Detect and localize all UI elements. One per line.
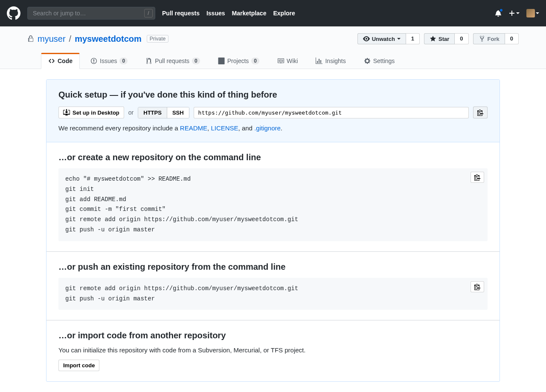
- tab-code[interactable]: Code: [41, 53, 80, 69]
- repo-head: myuser / mysweetdotcom Private Unwatch 1: [14, 26, 532, 69]
- notification-dot: [499, 8, 503, 12]
- import-title: …or import code from another repository: [58, 331, 488, 340]
- nav-issues[interactable]: Issues: [206, 10, 225, 17]
- license-link[interactable]: LICENSE: [211, 124, 238, 132]
- tab-settings-label: Settings: [373, 58, 395, 64]
- github-logo[interactable]: [7, 6, 20, 20]
- repo-slash: /: [69, 34, 72, 44]
- tab-wiki[interactable]: Wiki: [270, 53, 305, 69]
- search-wrap: /: [27, 7, 155, 20]
- import-desc: You can initialize this repository with …: [58, 346, 488, 354]
- create-cli-section: …or create a new repository on the comma…: [46, 142, 500, 252]
- setup-desktop-button[interactable]: Set up in Desktop: [58, 107, 124, 118]
- search-slash-hint: /: [144, 9, 153, 17]
- repo-owner-link[interactable]: myuser: [38, 34, 66, 44]
- create-cli-code[interactable]: echo "# mysweetdotcom" >> README.md git …: [58, 168, 488, 241]
- copy-push-button[interactable]: [470, 281, 484, 292]
- header-right: [495, 9, 539, 17]
- tab-issues-count: 0: [119, 58, 128, 64]
- nav-explore[interactable]: Explore: [273, 10, 295, 17]
- tab-issues-label: Issues: [100, 58, 117, 64]
- notifications-icon[interactable]: [495, 10, 502, 17]
- watch-count[interactable]: 1: [406, 33, 420, 44]
- https-button[interactable]: HTTPS: [138, 107, 167, 118]
- repo-subnav: myuser / mysweetdotcom Private Unwatch 1: [0, 26, 546, 69]
- tab-issues[interactable]: Issues 0: [83, 53, 135, 69]
- content-container: Quick setup — if you've done this kind o…: [32, 79, 514, 382]
- global-header: / Pull requests Issues Marketplace Explo…: [0, 0, 546, 26]
- recommend-text: We recommend every repository include a …: [58, 124, 488, 132]
- star-count[interactable]: 0: [455, 33, 468, 44]
- star-label: Star: [439, 36, 449, 42]
- or-text: or: [128, 109, 134, 116]
- tab-insights[interactable]: Insights: [308, 53, 353, 69]
- tab-pulls[interactable]: Pull requests 0: [138, 53, 207, 69]
- create-new-dropdown[interactable]: [508, 10, 520, 17]
- fork-button[interactable]: Fork: [473, 33, 505, 44]
- push-cli-text: git remote add origin https://github.com…: [65, 285, 298, 302]
- setup-desktop-label: Set up in Desktop: [73, 110, 119, 116]
- tab-pulls-count: 0: [192, 58, 200, 64]
- repo-actions: Unwatch 1 Star 0 Fork: [357, 33, 519, 44]
- repo-name-link[interactable]: mysweetdotcom: [75, 34, 142, 44]
- tab-pulls-label: Pull requests: [155, 58, 189, 64]
- unwatch-label: Unwatch: [372, 36, 395, 42]
- protocol-toggle: HTTPS SSH: [138, 107, 189, 118]
- tab-insights-label: Insights: [325, 58, 346, 64]
- nav-marketplace[interactable]: Marketplace: [232, 10, 267, 17]
- push-cli-code[interactable]: git remote add origin https://github.com…: [58, 278, 488, 310]
- fork-label: Fork: [488, 36, 500, 42]
- create-cli-title: …or create a new repository on the comma…: [58, 153, 488, 162]
- search-input[interactable]: [27, 7, 155, 20]
- clone-row: Set up in Desktop or HTTPS SSH: [58, 107, 488, 118]
- readme-link[interactable]: README: [180, 124, 207, 132]
- tab-settings[interactable]: Settings: [357, 53, 402, 69]
- import-code-button[interactable]: Import code: [58, 360, 99, 371]
- copy-url-button[interactable]: [473, 107, 488, 118]
- nav-links: Pull requests Issues Marketplace Explore: [162, 10, 295, 17]
- lock-icon: [27, 35, 34, 42]
- private-badge: Private: [147, 35, 168, 43]
- create-cli-text: echo "# mysweetdotcom" >> README.md git …: [65, 176, 298, 233]
- push-cli-title: …or push an existing repository from the…: [58, 262, 488, 272]
- repo-tabs: Code Issues 0 Pull requests 0 Projects 0…: [27, 53, 519, 69]
- quick-setup-title: Quick setup — if you've done this kind o…: [58, 90, 488, 100]
- tab-projects[interactable]: Projects 0: [211, 53, 267, 69]
- copy-create-button[interactable]: [470, 172, 484, 183]
- ssh-button[interactable]: SSH: [167, 107, 189, 118]
- star-group: Star 0: [424, 33, 469, 44]
- nav-pulls[interactable]: Pull requests: [162, 10, 200, 17]
- avatar: [526, 9, 535, 17]
- star-button[interactable]: Star: [424, 33, 455, 44]
- tab-code-label: Code: [58, 58, 73, 64]
- fork-count[interactable]: 0: [505, 33, 519, 44]
- user-menu[interactable]: [526, 9, 539, 17]
- import-section: …or import code from another repository …: [46, 320, 500, 381]
- repo-title-row: myuser / mysweetdotcom Private Unwatch 1: [27, 33, 519, 44]
- quick-setup-section: Quick setup — if you've done this kind o…: [46, 80, 500, 142]
- fork-group: Fork 0: [473, 33, 519, 44]
- tab-projects-count: 0: [251, 58, 259, 64]
- unwatch-button[interactable]: Unwatch: [357, 33, 406, 44]
- watch-group: Unwatch 1: [357, 33, 420, 44]
- tab-projects-label: Projects: [227, 58, 249, 64]
- tab-wiki-label: Wiki: [287, 58, 298, 64]
- gitignore-link[interactable]: .gitignore: [254, 124, 281, 132]
- clone-url-input[interactable]: [194, 107, 469, 118]
- push-cli-section: …or push an existing repository from the…: [46, 252, 500, 321]
- setup-box: Quick setup — if you've done this kind o…: [46, 79, 500, 382]
